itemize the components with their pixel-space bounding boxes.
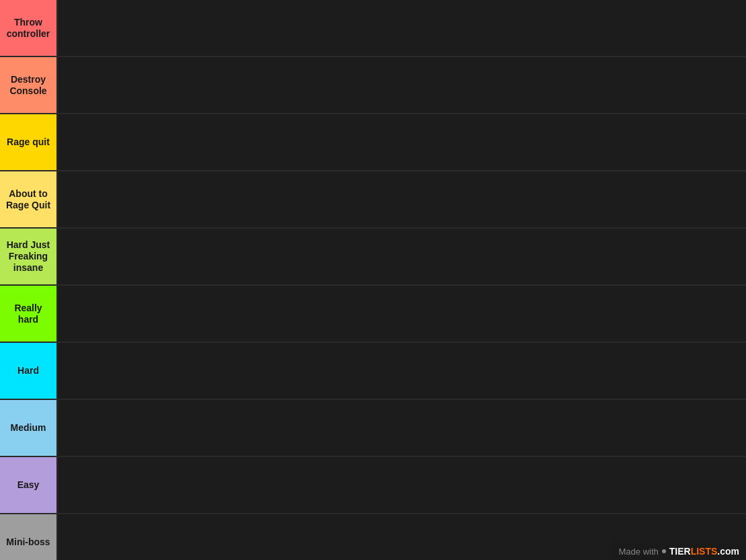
tier-label-medium: Medium [0, 400, 56, 456]
tier-row-easy: Easy [0, 457, 746, 514]
tier-list: Throw controllerDestroy ConsoleRage quit… [0, 0, 746, 560]
tier-label-really-hard: Really hard [0, 286, 56, 342]
footer-brand: TIERLISTS.com [662, 546, 739, 557]
tier-content-hard[interactable] [56, 343, 746, 399]
footer-dot-icon [662, 549, 666, 553]
tier-row-destroy-console: Destroy Console [0, 57, 746, 114]
tier-label-about-to-rage-quit: About to Rage Quit [0, 171, 56, 227]
tier-label-easy: Easy [0, 457, 56, 513]
tier-content-medium[interactable] [56, 400, 746, 456]
tier-row-rage-quit: Rage quit [0, 114, 746, 171]
tier-label-rage-quit: Rage quit [0, 114, 56, 170]
tier-row-throw-controller: Throw controller [0, 0, 746, 57]
tier-content-destroy-console[interactable] [56, 57, 746, 113]
footer-logo: TIERLISTS.com [669, 546, 739, 557]
tier-row-about-to-rage-quit: About to Rage Quit [0, 171, 746, 229]
tier-row-really-hard: Really hard [0, 286, 746, 343]
tier-row-medium: Medium [0, 400, 746, 457]
footer-made-with: Made with [619, 547, 659, 557]
tier-content-hard-just-freaking-insane[interactable] [56, 229, 746, 284]
tier-label-throw-controller: Throw controller [0, 0, 56, 56]
tier-label-destroy-console: Destroy Console [0, 57, 56, 113]
tier-label-hard: Hard [0, 343, 56, 399]
tier-row-hard: Hard [0, 343, 746, 400]
footer: Made with TIERLISTS.com [612, 543, 747, 560]
tier-content-rage-quit[interactable] [56, 114, 746, 170]
tier-content-easy[interactable] [56, 457, 746, 513]
tier-content-about-to-rage-quit[interactable] [56, 171, 746, 227]
tier-row-hard-just-freaking-insane: Hard Just Freaking insane [0, 229, 746, 286]
tier-content-really-hard[interactable] [56, 286, 746, 342]
tier-label-hard-just-freaking-insane: Hard Just Freaking insane [0, 229, 56, 284]
tier-label-mini-boss: Mini-boss [0, 514, 56, 560]
tier-content-throw-controller[interactable] [56, 0, 746, 56]
